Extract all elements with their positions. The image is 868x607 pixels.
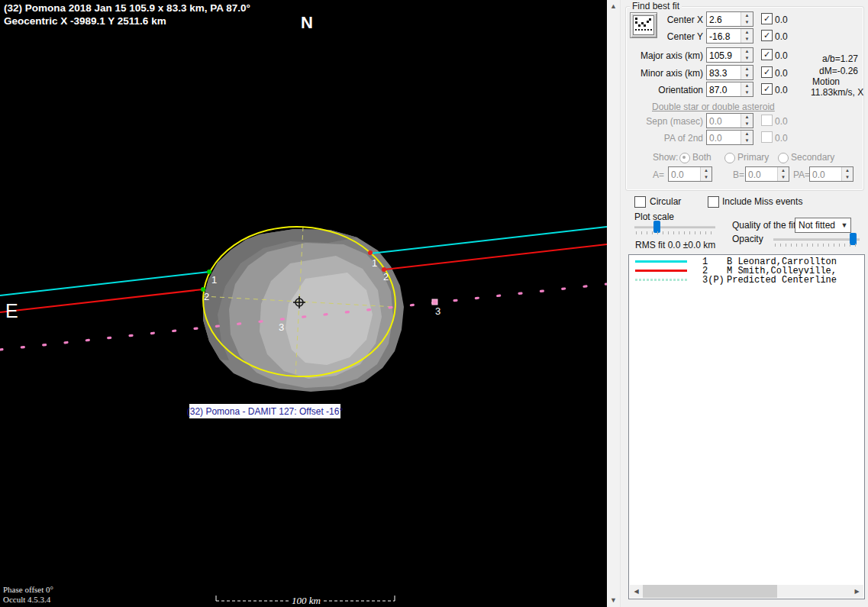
- chord3-number: 3(P): [702, 276, 724, 285]
- b-input[interactable]: ▲▼: [745, 166, 789, 182]
- circular-checkbox[interactable]: ✓: [634, 196, 646, 208]
- motion-label: Motion: [812, 76, 840, 87]
- minor-axis-spinner[interactable]: ▲▼: [741, 66, 753, 79]
- chord-list[interactable]: 1 B Leonard,Carrollton 2 M Smith,Colleyv…: [628, 254, 865, 599]
- major-axis-label: Major axis (km): [625, 50, 703, 61]
- scroll-right-icon[interactable]: ▶: [850, 585, 863, 598]
- opacity-ticks: [775, 244, 860, 247]
- scale-bar-label: 100 km: [292, 595, 321, 606]
- center-x-input[interactable]: ▲▼: [706, 11, 753, 27]
- pa-of-2nd-spinner[interactable]: ▲▼: [741, 131, 753, 144]
- pa-input[interactable]: ▲▼: [809, 166, 853, 182]
- show-primary-label: Primary: [737, 152, 769, 163]
- orientation-input[interactable]: ▲▼: [706, 82, 753, 97]
- chord3-outer-label: 3: [435, 305, 440, 317]
- include-miss-checkbox[interactable]: ✓: [708, 196, 719, 208]
- plot-title-line2: Geocentric X -3989.1 Y 2511.6 km: [4, 15, 166, 27]
- quality-of-fit-select[interactable]: Not fitted ▼: [795, 218, 851, 233]
- show-primary-radio[interactable]: [724, 153, 735, 163]
- pa-of-2nd-label: PA of 2nd: [625, 133, 703, 144]
- find-best-fit-panel: Find best fit Center X ▲▼ ✓ 0.0 Cent: [621, 0, 868, 607]
- b-spinner[interactable]: ▲▼: [777, 167, 789, 181]
- minor-axis-input[interactable]: ▲▼: [706, 65, 753, 80]
- orientation-error: 0.0: [775, 85, 788, 95]
- scrollbar-thumb[interactable]: [643, 585, 777, 598]
- chord-list-row[interactable]: 1 B Leonard,Carrollton: [629, 257, 864, 266]
- chord-list-row[interactable]: 2 M Smith,Colleyville,: [629, 266, 864, 276]
- circular-label: Circular: [650, 196, 681, 207]
- sepn-error: 0.0: [775, 116, 788, 127]
- rms-fit-label: RMS fit 0.0 ±0.0 km: [635, 240, 715, 250]
- chord3-inner-label: 3: [279, 321, 284, 333]
- major-axis-fix-checkbox[interactable]: ✓: [761, 49, 773, 60]
- orientation-spinner[interactable]: ▲▼: [741, 82, 753, 96]
- pa-of-2nd-input[interactable]: ▲▼: [706, 130, 753, 145]
- chord2-right-label: 2: [383, 271, 389, 283]
- show-secondary-radio[interactable]: [778, 153, 789, 163]
- opacity-label: Opacity: [732, 234, 763, 244]
- show-label: Show:: [653, 152, 678, 163]
- predicted-midpoint-marker: [432, 299, 437, 305]
- chord-list-horizontal-scrollbar[interactable]: ◀ ▶: [630, 585, 863, 598]
- sepn-label: Sepn (masec): [625, 116, 703, 127]
- panel-vertical-scrollbar[interactable]: ▲ ▼: [607, 0, 621, 607]
- pa-spinner[interactable]: ▲▼: [841, 167, 853, 181]
- center-y-input[interactable]: ▲▼: [706, 28, 753, 44]
- groupbox-title: Find best fit: [630, 1, 682, 11]
- orientation-fix-checkbox[interactable]: ✓: [761, 83, 773, 95]
- quality-of-fit-value: Not fitted: [795, 220, 838, 231]
- b-label: B=: [733, 170, 744, 180]
- major-axis-input[interactable]: ▲▼: [706, 47, 753, 63]
- chord2-color-swatch: [635, 270, 687, 272]
- occultation-plot[interactable]: 1 2 1 2 3 3 (32) Pomona 2018 Jan 15 105.…: [0, 0, 607, 607]
- center-x-spinner[interactable]: ▲▼: [741, 12, 753, 26]
- chord1-right-label: 1: [372, 257, 377, 269]
- show-both-label: Both: [692, 152, 712, 163]
- plot-scale-ticks: [636, 231, 715, 234]
- center-x-fix-checkbox[interactable]: ✓: [761, 13, 773, 24]
- center-x-label: Center X: [625, 15, 703, 25]
- pa-of-2nd-fix-checkbox[interactable]: ✓: [761, 131, 773, 143]
- scroll-down-icon[interactable]: ▼: [607, 594, 620, 607]
- chord1-color-swatch: [635, 260, 687, 263]
- scroll-left-icon[interactable]: ◀: [630, 585, 643, 598]
- include-miss-label: Include Miss events: [722, 196, 802, 207]
- chord1-observer: B Leonard,Carrollton: [727, 257, 863, 266]
- a-input[interactable]: ▲▼: [668, 166, 712, 182]
- motion-value: 11.83km/s, X: [811, 87, 863, 98]
- chord1-reappearance-dot: [368, 250, 373, 255]
- sepn-input[interactable]: ▲▼: [706, 113, 753, 128]
- minor-axis-fix-checkbox[interactable]: ✓: [761, 66, 773, 78]
- double-star-header: Double star or double asteroid: [652, 102, 775, 112]
- caption-text: (32) Pomona - DAMIT 127: Offset -16°: [187, 406, 344, 417]
- center-y-fix-checkbox[interactable]: ✓: [761, 30, 773, 41]
- chord2-observer: M Smith,Colleyville,: [727, 266, 863, 276]
- show-both-radio[interactable]: [679, 153, 690, 163]
- center-y-error: 0.0: [775, 31, 788, 42]
- axis-ratio-value: a/b=1.27: [782, 53, 858, 64]
- chord2-left-label: 2: [204, 291, 209, 302]
- chord-list-row[interactable]: 3(P) Predicted Centerline: [629, 276, 864, 285]
- a-spinner[interactable]: ▲▼: [700, 167, 712, 181]
- sepn-spinner[interactable]: ▲▼: [741, 114, 753, 128]
- center-y-label: Center Y: [625, 31, 703, 42]
- phase-offset-label: Phase offset 0°: [3, 585, 53, 594]
- chord3-observer: Predicted Centerline: [727, 276, 863, 285]
- plot-title-line1: (32) Pomona 2018 Jan 15 105.9 x 83.3 km,…: [4, 2, 250, 14]
- plot-scale-slider[interactable]: [634, 226, 715, 228]
- pa-of-2nd-error: 0.0: [775, 133, 788, 144]
- a-label: A=: [653, 170, 664, 180]
- opacity-slider[interactable]: [773, 238, 860, 241]
- dm-value: dM=-0.26: [782, 66, 858, 76]
- center-y-spinner[interactable]: ▲▼: [741, 29, 753, 43]
- major-axis-spinner[interactable]: ▲▼: [741, 48, 753, 62]
- sepn-fix-checkbox[interactable]: ✓: [761, 115, 773, 126]
- plot-canvas: 1 2 1 2 3 3 (32) Pomona 2018 Jan 15 105.…: [0, 0, 607, 607]
- shape-model-caption[interactable]: (32) Pomona - DAMIT 127: Offset -16°: [187, 404, 344, 418]
- pa-label: PA=: [793, 170, 810, 180]
- scroll-up-icon[interactable]: ▲: [607, 0, 620, 13]
- occult-fit-window: 1 2 1 2 3 3 (32) Pomona 2018 Jan 15 105.…: [0, 0, 868, 607]
- chord3-color-swatch: [635, 279, 687, 281]
- orientation-label: Orientation: [625, 85, 703, 95]
- north-direction-label: N: [301, 13, 313, 32]
